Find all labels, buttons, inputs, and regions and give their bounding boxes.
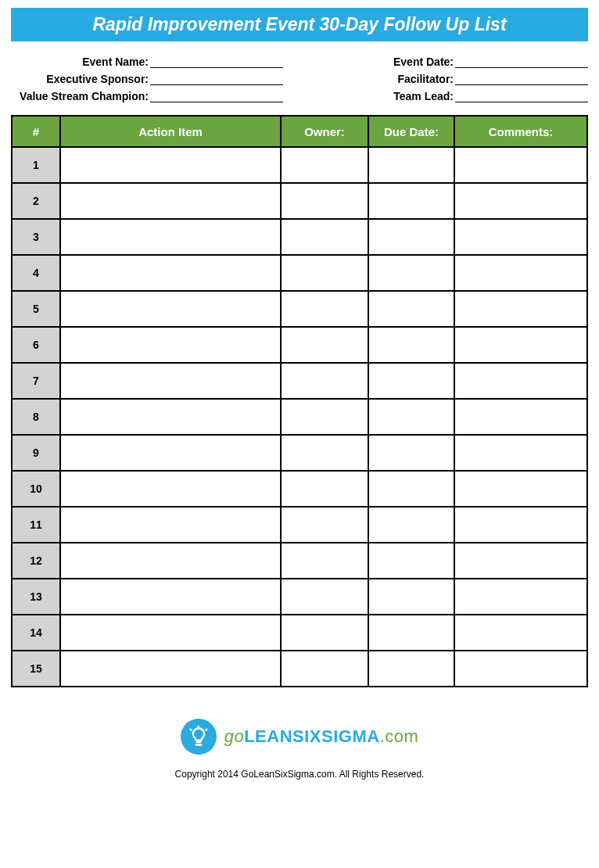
- field-team-lead[interactable]: [455, 90, 588, 102]
- table-header-row: # Action Item Owner: Due Date: Comments:: [12, 116, 587, 147]
- cell-action[interactable]: [60, 651, 281, 687]
- cell-number: 10: [12, 471, 60, 507]
- cell-owner[interactable]: [281, 183, 368, 219]
- cell-number: 9: [12, 435, 60, 471]
- cell-action[interactable]: [60, 399, 281, 435]
- table-row: 1: [12, 147, 587, 183]
- footer: goLEANSIXSIGMA.com Copyright 2014 GoLean…: [11, 719, 588, 780]
- cell-action[interactable]: [60, 579, 281, 615]
- cell-due[interactable]: [368, 615, 454, 651]
- field-event-name[interactable]: [150, 56, 283, 68]
- cell-due[interactable]: [368, 399, 454, 435]
- label-event-name: Event Name:: [11, 56, 150, 68]
- cell-owner[interactable]: [281, 147, 368, 183]
- cell-comments[interactable]: [454, 147, 587, 183]
- cell-owner[interactable]: [281, 543, 368, 579]
- cell-comments[interactable]: [454, 507, 587, 543]
- meta-left-column: Event Name: Executive Sponsor: Value Str…: [11, 56, 283, 102]
- cell-owner[interactable]: [281, 327, 368, 363]
- table-row: 5: [12, 291, 587, 327]
- cell-number: 1: [12, 147, 60, 183]
- meta-right-column: Event Date: Facilitator: Team Lead:: [346, 56, 588, 102]
- cell-due[interactable]: [368, 147, 454, 183]
- svg-line-2: [206, 730, 206, 730]
- cell-due[interactable]: [368, 543, 454, 579]
- table-row: 8: [12, 399, 587, 435]
- table-row: 10: [12, 471, 587, 507]
- cell-comments[interactable]: [454, 219, 587, 255]
- meta-row-value-stream-champion: Value Stream Champion:: [11, 90, 283, 102]
- field-executive-sponsor[interactable]: [150, 73, 283, 85]
- cell-owner[interactable]: [281, 471, 368, 507]
- cell-due[interactable]: [368, 255, 454, 291]
- cell-comments[interactable]: [454, 399, 587, 435]
- cell-owner[interactable]: [281, 651, 368, 687]
- cell-number: 11: [12, 507, 60, 543]
- cell-owner[interactable]: [281, 219, 368, 255]
- cell-action[interactable]: [60, 615, 281, 651]
- cell-owner[interactable]: [281, 579, 368, 615]
- cell-comments[interactable]: [454, 615, 587, 651]
- field-facilitator[interactable]: [455, 73, 588, 85]
- cell-comments[interactable]: [454, 651, 587, 687]
- cell-comments[interactable]: [454, 291, 587, 327]
- field-value-stream-champion[interactable]: [150, 90, 283, 102]
- field-event-date[interactable]: [455, 56, 588, 68]
- cell-comments[interactable]: [454, 327, 587, 363]
- table-row: 15: [12, 651, 587, 687]
- cell-action[interactable]: [60, 291, 281, 327]
- cell-action[interactable]: [60, 219, 281, 255]
- cell-number: 12: [12, 543, 60, 579]
- cell-number: 15: [12, 651, 60, 687]
- cell-number: 4: [12, 255, 60, 291]
- cell-action[interactable]: [60, 183, 281, 219]
- logo-text: goLEANSIXSIGMA.com: [224, 726, 419, 747]
- cell-due[interactable]: [368, 579, 454, 615]
- cell-action[interactable]: [60, 255, 281, 291]
- table-row: 13: [12, 579, 587, 615]
- label-facilitator: Facilitator:: [346, 73, 455, 85]
- cell-action[interactable]: [60, 435, 281, 471]
- meta-row-executive-sponsor: Executive Sponsor:: [11, 73, 283, 85]
- cell-comments[interactable]: [454, 183, 587, 219]
- followup-table: # Action Item Owner: Due Date: Comments:…: [11, 115, 588, 687]
- table-row: 6: [12, 327, 587, 363]
- cell-due[interactable]: [368, 219, 454, 255]
- meta-row-event-name: Event Name:: [11, 56, 283, 68]
- meta-section: Event Name: Executive Sponsor: Value Str…: [11, 56, 588, 102]
- cell-owner[interactable]: [281, 399, 368, 435]
- cell-owner[interactable]: [281, 435, 368, 471]
- cell-owner[interactable]: [281, 363, 368, 399]
- cell-comments[interactable]: [454, 543, 587, 579]
- header-number: #: [12, 116, 60, 147]
- cell-due[interactable]: [368, 435, 454, 471]
- lightbulb-icon: [181, 719, 217, 755]
- cell-owner[interactable]: [281, 507, 368, 543]
- page-title: Rapid Improvement Event 30-Day Follow Up…: [11, 8, 588, 41]
- cell-comments[interactable]: [454, 471, 587, 507]
- cell-due[interactable]: [368, 651, 454, 687]
- cell-number: 14: [12, 615, 60, 651]
- cell-comments[interactable]: [454, 435, 587, 471]
- cell-due[interactable]: [368, 507, 454, 543]
- cell-due[interactable]: [368, 183, 454, 219]
- cell-action[interactable]: [60, 471, 281, 507]
- cell-due[interactable]: [368, 291, 454, 327]
- cell-comments[interactable]: [454, 363, 587, 399]
- cell-action[interactable]: [60, 327, 281, 363]
- cell-number: 8: [12, 399, 60, 435]
- cell-owner[interactable]: [281, 255, 368, 291]
- header-comments: Comments:: [454, 116, 587, 147]
- cell-action[interactable]: [60, 543, 281, 579]
- cell-action[interactable]: [60, 363, 281, 399]
- cell-action[interactable]: [60, 147, 281, 183]
- cell-due[interactable]: [368, 363, 454, 399]
- cell-comments[interactable]: [454, 255, 587, 291]
- cell-owner[interactable]: [281, 615, 368, 651]
- cell-due[interactable]: [368, 471, 454, 507]
- table-row: 11: [12, 507, 587, 543]
- cell-due[interactable]: [368, 327, 454, 363]
- cell-comments[interactable]: [454, 579, 587, 615]
- cell-action[interactable]: [60, 507, 281, 543]
- cell-owner[interactable]: [281, 291, 368, 327]
